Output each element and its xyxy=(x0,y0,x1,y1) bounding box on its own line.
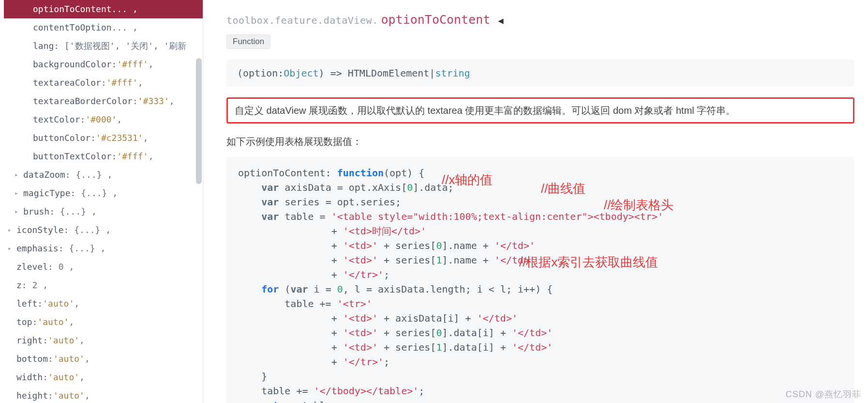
tree-key: right xyxy=(16,331,43,350)
tree-key: backgroundColor xyxy=(33,55,112,74)
tree-value: '#c23531' xyxy=(96,129,143,147)
sidebar-item-width[interactable]: ▸width: 'auto' , xyxy=(4,368,203,387)
sidebar-item-backgroundColor[interactable]: ▸backgroundColor: '#fff' , xyxy=(4,55,203,74)
breadcrumb-path[interactable]: toolbox.feature.dataView. xyxy=(226,15,378,26)
sidebar-scrollbar-track xyxy=(196,0,202,403)
type-badge: Function xyxy=(226,34,270,49)
tree-tail: , xyxy=(169,92,175,110)
tree-punct: : {...} , xyxy=(59,239,106,258)
tree-key: left xyxy=(16,294,37,313)
tree-value: 'auto' xyxy=(53,350,85,368)
tree-key: iconStyle xyxy=(16,221,64,239)
tree-value: 'auto' xyxy=(48,368,79,387)
sidebar-item-magicType[interactable]: ▸magicType: {...} , xyxy=(4,184,203,202)
expand-arrow-icon[interactable]: ▸ xyxy=(15,184,23,202)
tree-tail: , xyxy=(117,110,122,129)
tree-punct: : xyxy=(133,92,138,110)
sidebar-item-emphasis[interactable]: ▸emphasis: {...} , xyxy=(4,239,203,258)
tree-key: emphasis xyxy=(16,239,59,258)
tree-key: magicType xyxy=(23,184,71,202)
tree-key: dataZoom xyxy=(23,166,65,184)
sidebar-item-bottom[interactable]: ▸bottom: 'auto' , xyxy=(4,350,203,368)
tree-tail: , xyxy=(74,294,79,313)
tree-value: '#333' xyxy=(138,92,169,110)
sidebar-item-dataZoom[interactable]: ▸dataZoom: {...} , xyxy=(4,166,203,184)
tree-punct: : xyxy=(32,313,38,331)
tree-punct: : {...} , xyxy=(65,166,113,184)
tree-value: '#fff' xyxy=(106,74,138,92)
sidebar-scrollbar-thumb[interactable] xyxy=(196,58,202,184)
tree-tail: , xyxy=(148,55,153,74)
breadcrumb-name: optionToContent xyxy=(381,13,491,27)
tree-punct: : ['数据视图', '关闭', '刷新 xyxy=(54,37,186,55)
sidebar-item-right[interactable]: ▸right: 'auto' , xyxy=(4,331,203,350)
sidebar-item-height[interactable]: ▸height: 'auto' , xyxy=(4,387,203,403)
sidebar-item-z[interactable]: ▸z: 2 , xyxy=(4,276,203,294)
code-annotation-0: //x轴的值 xyxy=(442,171,493,188)
tree-key: width xyxy=(16,368,43,387)
sidebar-item-iconStyle[interactable]: ▸iconStyle: {...} , xyxy=(4,221,203,239)
sidebar-item-brush[interactable]: ▸brush: {...} , xyxy=(4,202,203,221)
breadcrumb: toolbox.feature.dataView. optionToConten… xyxy=(226,13,854,27)
tree-key: zlevel xyxy=(16,258,48,276)
expand-arrow-icon[interactable]: ▸ xyxy=(8,239,16,258)
tree-punct: ... , xyxy=(112,0,138,18)
code-block[interactable]: optionToContent: function(opt) { var axi… xyxy=(226,157,854,403)
sidebar-item-optionToContent[interactable]: ▸optionToContent... , xyxy=(4,0,203,18)
tree-punct: : xyxy=(101,74,106,92)
tree-tail: , xyxy=(69,313,74,331)
tree-key: height xyxy=(16,387,48,403)
sidebar-item-textColor[interactable]: ▸textColor: '#000' , xyxy=(4,110,203,129)
code-example-container: optionToContent: function(opt) { var axi… xyxy=(226,157,854,403)
code-annotation-1: //曲线值 xyxy=(541,180,585,197)
tree-tail: , xyxy=(79,331,85,350)
tree-punct: : xyxy=(112,147,117,166)
code-annotation-3: //根据x索引去获取曲线值 xyxy=(519,254,658,271)
tree-key: contentToOption xyxy=(33,18,112,37)
tree-key: bottom xyxy=(16,350,48,368)
tree-key: lang xyxy=(33,37,54,55)
sidebar-item-zlevel[interactable]: ▸zlevel: 0 , xyxy=(4,258,203,276)
expand-arrow-icon[interactable]: ▸ xyxy=(15,202,23,221)
signature-box: (option:Object) => HTMLDomElement|string xyxy=(226,60,854,87)
sidebar-item-buttonColor[interactable]: ▸buttonColor: '#c23531' , xyxy=(4,129,203,147)
sidebar-item-textareaBorderColor[interactable]: ▸textareaBorderColor: '#333' , xyxy=(4,92,203,110)
tree-key: buttonTextColor xyxy=(33,147,112,166)
signature-text: (option:Object) => HTMLDomElement|string xyxy=(237,67,470,79)
tree-tail: , xyxy=(85,387,90,403)
tree-punct: : xyxy=(43,368,48,387)
sidebar-item-textareaColor[interactable]: ▸textareaColor: '#fff' , xyxy=(4,74,203,92)
tree-key: textareaBorderColor xyxy=(33,92,133,110)
expand-arrow-icon[interactable]: ▸ xyxy=(8,221,16,239)
tree-value: '#000' xyxy=(85,110,117,129)
tree-punct: : 0 , xyxy=(48,258,74,276)
sidebar-item-contentToOption[interactable]: ▸contentToOption... , xyxy=(4,18,203,37)
collapse-icon[interactable]: ◀ xyxy=(498,15,503,26)
sidebar-item-buttonTextColor[interactable]: ▸buttonTextColor: '#fff' , xyxy=(4,147,203,166)
tree-tail: , xyxy=(143,129,149,147)
tree-punct: : {...} , xyxy=(71,184,118,202)
tree-punct: : {...} , xyxy=(49,202,97,221)
example-intro: 如下示例使用表格展现数据值： xyxy=(226,135,854,148)
tree-key: textColor xyxy=(33,110,80,129)
expand-arrow-icon[interactable]: ▸ xyxy=(15,166,23,184)
sidebar-item-left[interactable]: ▸left: 'auto' , xyxy=(4,294,203,313)
tree-key: textareaColor xyxy=(33,74,101,92)
description-highlight: 自定义 dataView 展现函数，用以取代默认的 textarea 使用更丰富… xyxy=(226,97,854,124)
tree-value: 'auto' xyxy=(37,313,69,331)
tree-key: z xyxy=(16,276,22,294)
tree-punct: : xyxy=(48,387,53,403)
tree-value: '#fff' xyxy=(117,147,148,166)
tree-punct: : xyxy=(90,129,96,147)
tree-punct: : 2 , xyxy=(22,276,48,294)
tree-punct: : xyxy=(43,331,48,350)
tree-punct: : xyxy=(80,110,86,129)
tree-key: optionToContent xyxy=(33,0,112,18)
tree-punct: : {...} , xyxy=(64,221,111,239)
sidebar-item-lang[interactable]: ▸lang: ['数据视图', '关闭', '刷新 xyxy=(4,37,203,55)
tree-key: buttonColor xyxy=(33,129,90,147)
tree-key: brush xyxy=(23,202,49,221)
code-annotation-2: //绘制表格头 xyxy=(604,197,673,214)
sidebar-item-top[interactable]: ▸top: 'auto' , xyxy=(4,313,203,331)
sidebar-nav[interactable]: ▸optionToContent... ,▸contentToOption...… xyxy=(0,0,203,403)
